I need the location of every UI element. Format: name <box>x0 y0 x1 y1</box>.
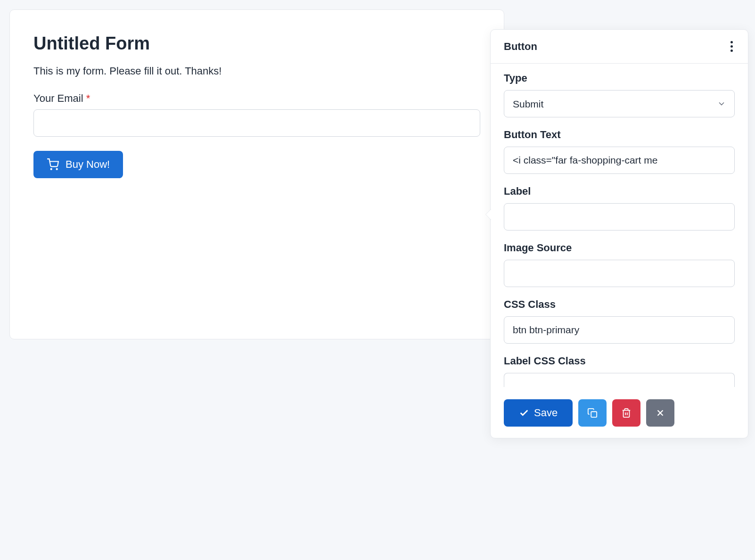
css-class-input[interactable] <box>504 316 735 344</box>
more-options-icon[interactable] <box>729 39 735 54</box>
button-properties-panel: Button Type Submit Button Text Label <box>490 29 748 438</box>
image-source-label: Image Source <box>504 242 735 254</box>
form-description: This is my form. Please fill it out. Tha… <box>33 65 480 77</box>
email-label-text: Your Email <box>33 92 83 104</box>
close-icon <box>655 408 665 418</box>
svg-point-1 <box>57 169 57 170</box>
label-input[interactable] <box>504 203 735 231</box>
type-label: Type <box>504 72 735 84</box>
copy-button[interactable] <box>578 399 607 427</box>
save-button-label: Save <box>534 407 558 419</box>
form-title: Untitled Form <box>33 33 480 54</box>
email-field-label: Your Email * <box>33 92 480 105</box>
shopping-cart-icon <box>47 158 59 171</box>
copy-icon <box>587 408 598 418</box>
css-class-field: CSS Class <box>504 298 735 344</box>
css-class-label: CSS Class <box>504 298 735 311</box>
button-text-label: Button Text <box>504 129 735 141</box>
image-source-field: Image Source <box>504 242 735 287</box>
svg-rect-2 <box>591 412 597 417</box>
type-field: Type Submit <box>504 72 735 117</box>
save-button[interactable]: Save <box>504 399 573 427</box>
buy-now-button[interactable]: Buy Now! <box>33 151 123 178</box>
check-icon <box>519 408 529 418</box>
delete-button[interactable] <box>612 399 640 427</box>
panel-footer: Save <box>491 391 748 438</box>
label-css-class-field: Label CSS Class <box>504 355 735 387</box>
panel-title: Button <box>504 41 537 53</box>
image-source-input[interactable] <box>504 260 735 287</box>
form-preview-card: Untitled Form This is my form. Please fi… <box>9 9 504 339</box>
email-input[interactable] <box>33 109 480 137</box>
label-label: Label <box>504 185 735 198</box>
panel-header: Button <box>491 30 748 64</box>
panel-arrow <box>486 209 492 220</box>
label-field: Label <box>504 185 735 231</box>
button-text-field: Button Text <box>504 129 735 174</box>
buy-button-label: Buy Now! <box>66 158 110 171</box>
label-css-class-input[interactable] <box>504 373 735 387</box>
svg-point-0 <box>51 169 52 170</box>
close-button[interactable] <box>646 399 674 427</box>
button-text-input[interactable] <box>504 147 735 174</box>
required-mark: * <box>86 92 90 104</box>
panel-body: Type Submit Button Text Label Image Sour… <box>491 64 748 391</box>
trash-icon <box>621 408 632 418</box>
label-css-class-label: Label CSS Class <box>504 355 735 367</box>
type-select[interactable]: Submit <box>504 90 735 117</box>
